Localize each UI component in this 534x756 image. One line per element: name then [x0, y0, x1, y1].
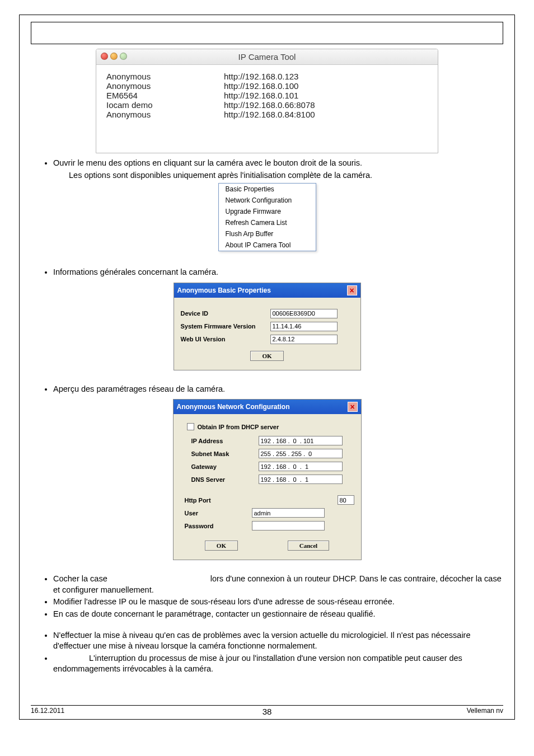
cancel-button[interactable]: Cancel	[288, 541, 329, 551]
menu-item-basic-properties[interactable]: Basic Properties	[219, 184, 316, 195]
header-placeholder	[31, 22, 503, 44]
list-item[interactable]: Iocam demohttp://192.168.0.66:8078	[106, 100, 433, 110]
ok-button[interactable]: OK	[205, 541, 238, 551]
menu-item-flush-arp-buffer[interactable]: Flush Arp Buffer	[219, 228, 316, 240]
label-firmware-version: System Firmware Version	[181, 323, 270, 330]
ok-button[interactable]: OK	[250, 351, 283, 361]
footer-page-number: 38	[20, 707, 514, 716]
zoom-icon[interactable]	[120, 53, 127, 60]
label-dns-server: DNS Server	[191, 476, 259, 483]
page-footer: 16.12.2011 38 Velleman nv	[20, 705, 514, 715]
close-icon[interactable]: ×	[347, 285, 357, 295]
minimize-icon[interactable]	[110, 53, 118, 60]
web-ui-version-field[interactable]	[270, 335, 338, 344]
body-text: Informations générales concernant la cam…	[53, 267, 503, 278]
label-web-ui-version: Web UI Version	[181, 336, 270, 342]
label-http-port: Http Port	[185, 497, 241, 504]
list-item[interactable]: Anonymoushttp://192.168.0.123	[106, 72, 433, 81]
dhcp-checkbox[interactable]	[187, 423, 194, 430]
ip-address-field[interactable]	[259, 436, 343, 445]
menu-item-refresh-camera-list[interactable]: Refresh Camera List	[219, 217, 316, 228]
label-password: Password	[185, 523, 241, 529]
user-field[interactable]	[252, 508, 325, 518]
body-text: Modifier l'adresse IP ou le masque de so…	[53, 597, 503, 608]
body-text: En cas de doute concernant le paramétrag…	[53, 609, 503, 620]
close-icon[interactable]	[101, 53, 108, 60]
ipcam-list: Anonymoushttp://192.168.0.123 Anonymoush…	[96, 65, 438, 153]
dialog-titlebar: Anonymous Basic Properties ×	[174, 283, 360, 298]
menu-item-network-configuration[interactable]: Network Configuration	[219, 195, 316, 206]
network-configuration-dialog: Anonymous Network Configuration × Obtain…	[173, 399, 362, 560]
password-field[interactable]	[252, 521, 325, 530]
body-text: Cocher la case lors d'une connexion à un…	[53, 574, 503, 595]
gateway-field[interactable]	[259, 462, 343, 471]
ipcam-titlebar: IP Camera Tool	[96, 49, 438, 65]
dialog-titlebar: Anonymous Network Configuration ×	[174, 400, 361, 414]
firmware-version-field[interactable]	[270, 322, 338, 331]
label-user: User	[185, 510, 241, 516]
context-menu: Basic Properties Network Configuration U…	[218, 183, 316, 251]
body-text: Les options sont disponibles uniquement …	[69, 170, 503, 181]
label-device-id: Device ID	[181, 310, 270, 317]
label-ip-address: IP Address	[191, 438, 259, 444]
body-text: L'interruption du processus de mise à jo…	[53, 653, 503, 675]
device-id-field[interactable]	[270, 309, 338, 318]
label-gateway: Gateway	[191, 463, 259, 470]
body-text: Ouvrir le menu des options en cliquant s…	[53, 158, 503, 169]
label-subnet-mask: Subnet Mask	[191, 450, 259, 457]
label-dhcp: Obtain IP from DHCP server	[198, 424, 279, 430]
body-text: Aperçu des paramétrages réseau de la cam…	[53, 384, 503, 395]
ipcam-title-text: IP Camera Tool	[238, 52, 296, 62]
http-port-field[interactable]	[338, 495, 354, 505]
body-text: N'effectuer la mise à niveau qu'en cas d…	[53, 630, 503, 652]
close-icon[interactable]: ×	[348, 402, 358, 412]
menu-item-upgrade-firmware[interactable]: Upgrade Firmware	[219, 206, 316, 217]
basic-properties-dialog: Anonymous Basic Properties × Device ID S…	[174, 283, 361, 370]
list-item[interactable]: Anonymoushttp://192.168.0.84:8100	[106, 110, 433, 119]
ipcam-tool-window: IP Camera Tool Anonymoushttp://192.168.0…	[96, 49, 438, 153]
menu-item-about[interactable]: About IP Camera Tool	[219, 240, 316, 251]
list-item[interactable]: Anonymoushttp://192.168.0.100	[106, 81, 433, 91]
list-item[interactable]: EM6564http://192.168.0.101	[106, 91, 433, 100]
subnet-mask-field[interactable]	[259, 449, 343, 458]
dns-server-field[interactable]	[259, 475, 343, 484]
